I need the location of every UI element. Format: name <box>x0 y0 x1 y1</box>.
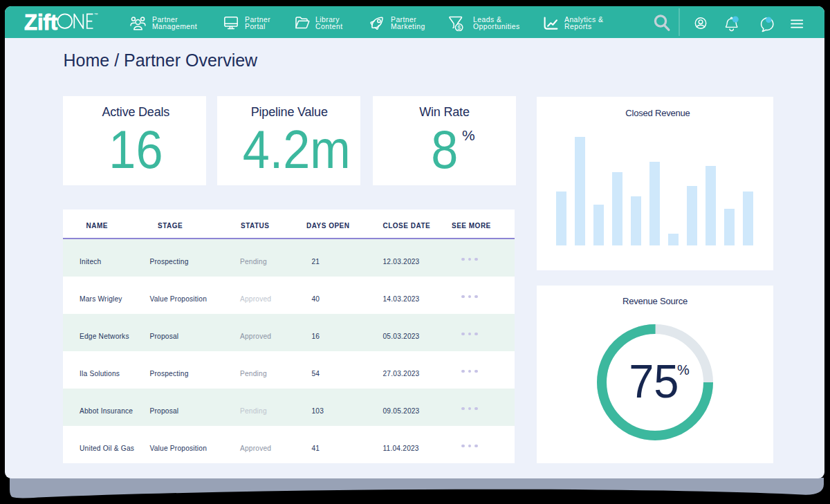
svg-text:™: ™ <box>94 12 98 17</box>
svg-text:Zift: Zift <box>24 10 57 35</box>
svg-text:$: $ <box>457 24 461 31</box>
